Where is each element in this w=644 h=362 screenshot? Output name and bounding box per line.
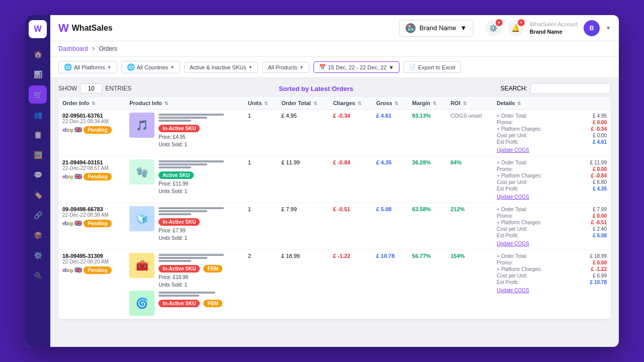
sidebar-item-settings[interactable]: ⚙️ <box>29 246 47 264</box>
notification-btn[interactable]: 🔔 4 <box>508 20 524 36</box>
sidebar-item-analytics[interactable]: 📊 <box>29 65 47 83</box>
detail-est-profit-value: £ 5.08 <box>593 233 607 238</box>
detail-cost-per-unit-value: £ 2.40 <box>593 226 607 232</box>
order-total-cell: £ 11.99 <box>277 156 329 203</box>
sidebar-item-products[interactable]: 🖼️ <box>29 146 47 164</box>
settings-nav-btn[interactable]: ⚙️ ● <box>486 20 502 36</box>
date-filter[interactable]: 📅 15 Dec, 22 - 22 Dec, 22 ▼ <box>313 61 399 73</box>
platform-filter[interactable]: 🌐 All Platforms ▼ <box>58 61 117 73</box>
detail-cost-per-unit-value: £ 6.99 <box>593 273 607 279</box>
margin-value: 63.58% <box>412 206 431 212</box>
detail-est-profit-label: Est Profit: <box>497 186 518 192</box>
order-total-sort[interactable]: ⇅ <box>313 101 317 106</box>
country-filter[interactable]: 🌐 All Countries ▼ <box>121 61 180 73</box>
sidebar-item-inventory[interactable]: 📦 <box>29 226 47 244</box>
detail-promo-value: £ 0.00 <box>593 166 607 172</box>
order-info-sort[interactable]: ⇅ <box>92 101 96 106</box>
units-value: 2 <box>248 253 251 259</box>
ebay-logo: ebay <box>62 220 73 226</box>
detail-cost-per-unit-value: £ 6.80 <box>593 179 607 185</box>
product-info-sort[interactable]: ⇅ <box>165 101 169 106</box>
detail-platform-charges-line: + Platform Charges: £ -1.22 <box>497 266 607 273</box>
product-bar-1 <box>158 114 223 116</box>
product-price: Price: £7.99 <box>158 228 240 233</box>
entries-input[interactable] <box>80 83 102 94</box>
product-image: 🧤 <box>129 159 154 185</box>
detail-platform-charges-label: + Platform Charges: <box>497 220 541 225</box>
platform-icon: ebay 🇬🇧 <box>62 126 82 133</box>
roi-sort[interactable]: ⇅ <box>463 101 467 106</box>
product-details: In-Active SKU Price: £7.99 Units Sold: 1 <box>158 206 240 241</box>
export-icon: 📄 <box>409 64 416 70</box>
breadcrumb-parent[interactable]: Dashboard <box>58 45 88 52</box>
update-cogs-link[interactable]: Update COGS <box>497 241 607 246</box>
units-sort[interactable]: ⇅ <box>264 101 268 106</box>
fbm-badge-2: FBM <box>203 300 222 307</box>
ebay-logo: ebay <box>62 127 73 133</box>
notification-badge: 4 <box>518 19 525 26</box>
update-cogs-link[interactable]: Update COGS <box>497 147 607 153</box>
detail-est-profit-value: £ 4.35 <box>593 186 607 192</box>
brand-selector[interactable]: 🏪 Brand Name ▼ <box>399 20 473 37</box>
detail-platform-charges-value: £ -1.22 <box>591 266 607 272</box>
sku-label: Active & Inactive SKUs <box>190 64 247 70</box>
detail-est-profit-label: Est Profit: <box>497 233 518 238</box>
sidebar-item-extensions[interactable]: 🔌 <box>29 266 47 285</box>
detail-cost-per-unit-label: Cost per Unit: <box>497 179 527 185</box>
detail-cost-per-unit-label: Cost per Unit: <box>497 273 527 279</box>
detail-promo-value: £ 0.00 <box>593 260 607 265</box>
product-price: Price: £18.99 <box>158 275 240 280</box>
country-arrow: ▼ <box>170 65 175 70</box>
units-value: 1 <box>248 206 251 212</box>
content: Dashboard > Orders 🌐 All Platforms ▼ 🌐 A… <box>50 41 619 347</box>
sidebar-item-customers[interactable]: 👥 <box>29 106 47 124</box>
detail-promo-line: Promo: £ 0.00 <box>497 213 607 219</box>
detail-order-total-value: £ 4.95 <box>593 113 607 119</box>
brand-icon: 🏪 <box>406 23 416 33</box>
sidebar-item-reports[interactable]: 📋 <box>29 126 47 144</box>
roi-cell: COGS unset <box>446 110 493 156</box>
update-cogs-link[interactable]: Update COGS <box>497 194 607 200</box>
export-button[interactable]: 📄 Export to Excel <box>404 61 461 73</box>
charges-cell: £ -0.51 <box>329 203 372 250</box>
products-filter[interactable]: All Products ▼ <box>262 62 309 73</box>
detail-order-total-line: + Order Total: £ 18.99 <box>497 253 607 259</box>
detail-est-profit-label: Est Profit: <box>497 280 518 285</box>
date-arrow: ▼ <box>388 64 394 70</box>
margin-sort[interactable]: ⇅ <box>433 101 437 106</box>
product-price: Price: £4.95 <box>158 134 240 140</box>
detail-promo-label: Promo: <box>497 120 513 125</box>
search-input[interactable] <box>530 83 611 94</box>
detail-promo-line: Promo: £ 0.00 <box>497 119 607 126</box>
sidebar-item-integrations[interactable]: 🔗 <box>29 206 47 224</box>
update-cogs-link[interactable]: Update COGS <box>497 288 607 293</box>
product-bar-1 <box>158 207 223 209</box>
product-bar-1 <box>158 160 223 162</box>
col-gross: Gross ⇅ <box>372 97 408 110</box>
sidebar-item-tags[interactable]: 🏷️ <box>29 186 47 204</box>
user-dropdown-arrow[interactable]: ▼ <box>606 25 611 31</box>
sidebar-item-home[interactable]: 🏠 <box>29 45 47 63</box>
roi-cell: 154% <box>446 250 493 319</box>
user-avatar[interactable]: B <box>584 20 600 36</box>
detail-platform-charges-label: + Platform Charges: <box>497 126 541 132</box>
detail-cost-per-unit-line: Cost per Unit: £ 0.00 <box>497 132 607 139</box>
units-cell: 2 <box>244 250 277 319</box>
col-charges: Charges ⇅ <box>329 97 372 110</box>
gross-value: £ 10.78 <box>376 253 395 259</box>
entries-label: ENTRIES <box>105 85 131 92</box>
product-bar-4 <box>158 292 215 294</box>
export-label: Export to Excel <box>418 64 455 70</box>
sidebar-item-orders[interactable]: 🛒 <box>29 85 47 104</box>
gross-sort[interactable]: ⇅ <box>394 101 398 106</box>
sku-filter[interactable]: Active & Inactive SKUs ▼ <box>184 62 258 73</box>
date-range-label: 15 Dec, 22 - 22 Dec, 22 <box>328 64 386 70</box>
charges-sort[interactable]: ⇅ <box>358 101 362 106</box>
sidebar-item-messages[interactable]: 💬 <box>29 166 47 184</box>
product-info-cell: 🧊 In-Active SKU Price: £7.99 Units Sold:… <box>125 203 244 250</box>
orders-table: Order Info ⇅ Product Info ⇅ Units ⇅ <box>58 97 611 319</box>
details-sort[interactable]: ⇅ <box>517 101 521 106</box>
col-units: Units ⇅ <box>244 97 277 110</box>
detail-est-profit-label: Est Profit: <box>497 139 518 145</box>
app-name: WhatSales <box>72 24 113 33</box>
